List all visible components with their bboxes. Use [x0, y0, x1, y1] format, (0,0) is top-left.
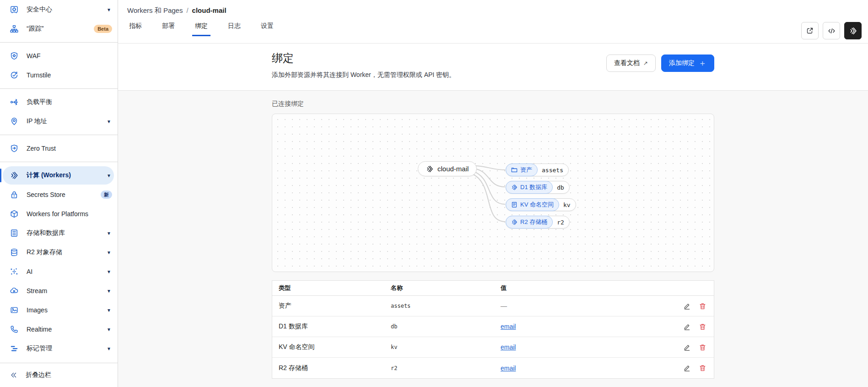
binding-type-cell: 资产: [272, 302, 384, 310]
add-binding-button[interactable]: 添加绑定 ＋: [661, 55, 714, 72]
chevron-down-icon: ▼: [107, 7, 111, 12]
binding-node-assets[interactable]: 资产 assets: [506, 164, 569, 176]
sidebar-item-label: 计算 (Workers): [27, 171, 98, 180]
sidebar-item-secrets-store[interactable]: Secrets Store 新: [0, 185, 118, 204]
sidebar-item-label: Secrets Store: [27, 191, 95, 198]
sidebar-item-realtime[interactable]: Realtime ▼: [0, 320, 118, 339]
column-header-name: 名称: [384, 284, 494, 292]
sidebar-divider: [0, 162, 118, 162]
chevron-down-icon: ▼: [107, 346, 111, 351]
binding-type-label: D1 数据库: [520, 183, 547, 191]
sidebar-item-security-center[interactable]: 安全中心 ▼: [0, 0, 118, 19]
sidebar-item-zero-trust[interactable]: Zero Trust: [0, 139, 118, 158]
sidebar-item-turnstile[interactable]: Turnstile: [0, 65, 118, 85]
worker-node-cloud-mail[interactable]: cloud-mail: [418, 161, 477, 176]
binding-value-cell: —: [494, 302, 672, 310]
collapse-sidebar-button[interactable]: 折叠边栏: [0, 363, 118, 387]
binding-node-r2[interactable]: R2 存储桶 r2: [506, 216, 570, 229]
binding-type-label: R2 存储桶: [520, 218, 547, 226]
sidebar-nav-list: 安全中心 ▼ “跟踪” Beta WAF Turnstile: [0, 0, 118, 363]
sidebar-item-label: 安全中心: [27, 5, 98, 14]
bindings-diagram: cloud-mail 资产 assets: [272, 114, 714, 272]
page-header: Workers 和 Pages / cloud-mail 指标 部署 绑定 日志…: [118, 0, 868, 44]
sidebar-item-ai[interactable]: AI ▼: [0, 262, 118, 281]
edit-icon[interactable]: [684, 323, 690, 330]
sidebar-footer: 折叠边栏: [0, 363, 118, 387]
workers-playground-button[interactable]: [844, 22, 862, 39]
table-row: D1 数据库 db email: [272, 316, 714, 337]
tab-deployments[interactable]: 部署: [160, 22, 177, 36]
folder-icon: [511, 167, 518, 173]
add-binding-label: 添加绑定: [669, 59, 695, 67]
d1-diamond-icon: [511, 184, 518, 191]
worker-node-label: cloud-mail: [437, 165, 469, 173]
delete-icon[interactable]: [699, 365, 706, 371]
chevron-down-icon: ▼: [107, 308, 111, 313]
edit-icon[interactable]: [684, 303, 690, 310]
binding-value-link[interactable]: email: [501, 343, 516, 351]
sidebar-item-trace[interactable]: “跟踪” Beta: [0, 19, 118, 38]
image-icon: [10, 306, 18, 314]
tab-metrics[interactable]: 指标: [127, 22, 144, 36]
binding-name-cell: kv: [384, 344, 494, 350]
sidebar-item-tag-management[interactable]: 标记管理 ▼: [0, 339, 118, 358]
binding-node-db[interactable]: D1 数据库 db: [506, 181, 570, 194]
delete-icon[interactable]: [699, 344, 706, 351]
sidebar-item-label: Stream: [27, 287, 98, 294]
sidebar-item-stream[interactable]: Stream ▼: [0, 281, 118, 300]
bindings-table: 类型 名称 值 资产 assets —: [272, 280, 714, 379]
tab-bindings[interactable]: 绑定: [193, 22, 210, 36]
sidebar: 安全中心 ▼ “跟踪” Beta WAF Turnstile: [0, 0, 118, 387]
edit-icon[interactable]: [684, 344, 690, 351]
selected-item-accent-bar: [0, 169, 1, 182]
page-description: 添加外部资源并将其连接到 Worker，无需管理权限或 API 密钥。: [272, 71, 455, 79]
page-head-buttons: 查看文档 ↗ 添加绑定 ＋: [606, 55, 714, 72]
binding-name-cell: r2: [384, 365, 494, 371]
sidebar-item-label: Realtime: [27, 326, 98, 333]
chevron-down-icon: ▼: [107, 269, 111, 274]
tab-settings[interactable]: 设置: [259, 22, 275, 36]
sidebar-item-ip-addresses[interactable]: IP 地址 ▼: [0, 112, 118, 131]
binding-node-kv[interactable]: KV 命名空间 kv: [506, 198, 576, 211]
tab-logs[interactable]: 日志: [226, 22, 243, 36]
sidebar-item-label: Workers for Platforms: [27, 210, 112, 218]
ip-pin-icon: [10, 117, 18, 125]
page-title-block: 绑定 添加外部资源并将其连接到 Worker，无需管理权限或 API 密钥。: [272, 51, 455, 79]
chevron-down-icon: ▼: [107, 119, 111, 124]
view-docs-button[interactable]: 查看文档 ↗: [606, 55, 656, 72]
binding-value-link[interactable]: email: [501, 365, 516, 372]
sidebar-item-label: AI: [27, 268, 98, 275]
external-link-icon: [806, 27, 814, 34]
code-editor-button[interactable]: [823, 22, 840, 39]
server-stack-icon: [10, 229, 18, 237]
code-icon: [828, 27, 836, 35]
sidebar-item-load-balancing[interactable]: 负载平衡: [0, 93, 118, 112]
main-area: Workers 和 Pages / cloud-mail 指标 部署 绑定 日志…: [118, 0, 868, 387]
binding-value-link[interactable]: email: [501, 323, 516, 330]
sidebar-item-label: IP 地址: [27, 117, 98, 125]
new-badge: 新: [101, 191, 112, 199]
chevron-down-icon: ▼: [107, 289, 111, 294]
breadcrumb-workers-pages-link[interactable]: Workers 和 Pages: [127, 6, 183, 15]
delete-icon[interactable]: [699, 323, 706, 330]
sidebar-item-r2-object-storage[interactable]: R2 对象存储 ▼: [0, 243, 118, 262]
r2-diamond-icon: [511, 219, 518, 225]
sidebar-item-label: “跟踪”: [27, 25, 88, 33]
column-header-type: 类型: [272, 284, 384, 292]
header-action-buttons: [801, 22, 862, 39]
sidebar-item-label: Turnstile: [27, 71, 112, 79]
tab-bar: 指标 部署 绑定 日志 设置: [127, 22, 868, 36]
sidebar-item-compute-workers[interactable]: 计算 (Workers) ▼: [0, 166, 118, 185]
sidebar-item-waf[interactable]: WAF: [0, 46, 118, 65]
sidebar-divider: [0, 135, 118, 135]
delete-icon[interactable]: [699, 303, 706, 310]
open-external-button[interactable]: [801, 22, 819, 39]
column-header-value: 值: [494, 284, 672, 292]
sidebar-item-images[interactable]: Images ▼: [0, 300, 118, 320]
edit-icon[interactable]: [684, 365, 690, 371]
sidebar-item-storage-databases[interactable]: 存储和数据库 ▼: [0, 223, 118, 243]
sidebar-item-workers-for-platforms[interactable]: Workers for Platforms: [0, 204, 118, 223]
page-head-section: 绑定 添加外部资源并将其连接到 Worker，无需管理权限或 API 密钥。 查…: [118, 44, 868, 91]
connected-bindings-label: 已连接绑定: [272, 100, 714, 108]
breadcrumb: Workers 和 Pages / cloud-mail: [127, 6, 868, 15]
